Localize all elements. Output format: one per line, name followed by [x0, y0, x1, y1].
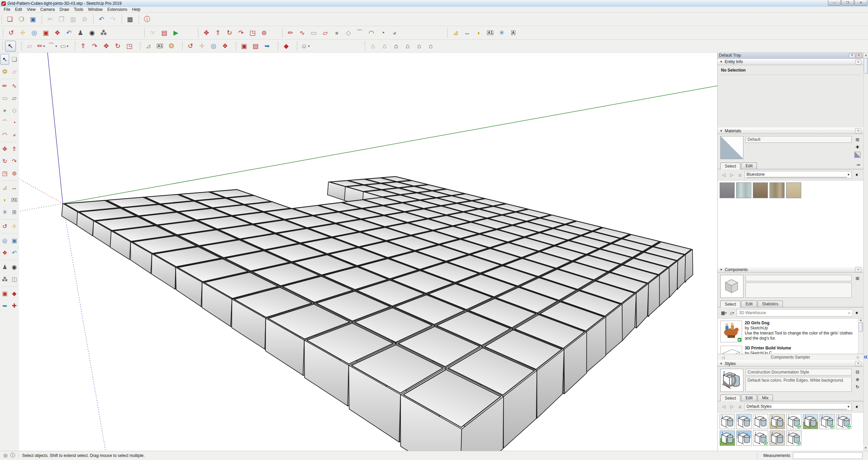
scrollbar-thumb[interactable]	[859, 322, 863, 332]
style-thumbnail-6[interactable]	[803, 414, 818, 429]
tool-rectangle[interactable]: ▭▾	[59, 41, 70, 52]
style-thumbnail-1[interactable]	[720, 414, 735, 429]
tool-pan[interactable]: ✛	[17, 27, 28, 38]
tool-share-model[interactable]: ▤	[250, 41, 261, 52]
component-thumbnail[interactable]: ▶	[720, 321, 742, 342]
tool-position-camera[interactable]: ♟	[75, 27, 86, 38]
scroll-up-icon[interactable]: ▲	[864, 53, 868, 57]
styles-collection-dropdown[interactable]: Default Styles ▼	[745, 403, 852, 410]
tool-rotate[interactable]: ↻	[224, 27, 235, 38]
material-swatch-bluestone-brown[interactable]	[753, 183, 768, 198]
model-viewport[interactable]	[19, 53, 717, 451]
tool-pan[interactable]: ✛	[197, 41, 207, 52]
tool-component-options[interactable]: ▤	[159, 27, 170, 38]
forward-arrow-icon[interactable]: ▷	[728, 172, 735, 178]
tool-protractor[interactable]: ◗	[473, 27, 484, 38]
tool-look-around[interactable]: ◉	[87, 27, 97, 38]
create-material-icon[interactable]: ✚	[854, 144, 861, 150]
tool-eraser[interactable]: ▱	[24, 41, 35, 52]
display-secondary-pane-icon[interactable]: ⊞	[854, 275, 861, 281]
forward-arrow-icon[interactable]: ▷	[728, 404, 735, 410]
tool-rectangle[interactable]: ▭	[308, 27, 319, 38]
tool-print[interactable]: ▦	[125, 14, 135, 25]
back-arrow-icon[interactable]: ◁	[720, 354, 726, 360]
tool-save[interactable]: ▣	[27, 14, 38, 25]
scroll-down-icon[interactable]: ▼	[863, 445, 868, 451]
materials-header[interactable]: ▼ Materials ✕	[718, 128, 863, 134]
restore-button[interactable]: ❐	[841, 0, 854, 6]
tool-push-pull[interactable]: ⇑	[213, 27, 223, 38]
tool-freehand[interactable]: ∿	[10, 80, 19, 91]
menu-edit[interactable]: Edit	[13, 7, 24, 12]
tool-view-front[interactable]: ⌂	[391, 41, 402, 52]
style-thumbnail-4[interactable]	[770, 414, 785, 429]
search-icon[interactable]: ⌕	[848, 310, 850, 315]
sample-paint-eyedropper-icon[interactable]: ✑	[856, 162, 861, 168]
tool-rotate[interactable]: ↻	[0, 156, 9, 167]
minimize-button[interactable]: —	[828, 0, 841, 6]
component-list-item[interactable]: 3D Printer Build Volumeby SketchUp C	[718, 344, 863, 354]
tool-line[interactable]: ✏	[285, 27, 296, 38]
tool-two-point-arc[interactable]: ◠	[366, 27, 377, 38]
tool-dimensions[interactable]: ↔	[462, 27, 473, 38]
style-thumbnail-13[interactable]	[786, 430, 801, 446]
home-icon[interactable]: ⌂	[737, 404, 743, 410]
tool-axes[interactable]: ✳	[496, 27, 507, 38]
tool-rotated-rectangle[interactable]: ▱	[10, 93, 19, 103]
tool-share-component[interactable]: ➥	[262, 41, 273, 52]
close-button[interactable]: ✕	[854, 0, 867, 6]
dropdown-arrow-icon[interactable]: ▾	[308, 44, 310, 48]
tab-mix[interactable]: Mix	[758, 395, 773, 401]
tool-3d-text[interactable]: A	[508, 27, 519, 38]
tool-get-models[interactable]: ▣	[239, 41, 250, 52]
update-style-icon[interactable]: ↻	[854, 384, 861, 390]
tool-text[interactable]: A1	[485, 27, 496, 38]
tray-scrollbar[interactable]: ▲	[863, 53, 868, 451]
tool-tape-measure[interactable]: ⊿	[450, 27, 461, 38]
tab-select[interactable]: Select	[720, 162, 740, 169]
tool-share-model[interactable]: ➥	[0, 300, 9, 311]
menu-file[interactable]: File	[1, 7, 13, 12]
tool-select[interactable]: ↖	[5, 41, 16, 52]
tray-collapse-chevron-icon[interactable]: «	[863, 351, 868, 363]
style-description-field[interactable]: Default face colors. Profile Edges. Whit…	[745, 377, 852, 392]
tool-text[interactable]: A1	[154, 41, 165, 52]
tool-zoom-extents[interactable]: ❖	[52, 27, 63, 38]
home-icon[interactable]: ⌂▾	[728, 310, 735, 316]
component-name-field[interactable]	[745, 275, 852, 281]
tool-extension-warehouse[interactable]: ◆	[10, 288, 19, 299]
tool-freehand[interactable]: ∿	[297, 27, 308, 38]
tool-three-point-arc[interactable]: ◠	[0, 129, 9, 140]
components-header[interactable]: ▼ Components ✕	[718, 266, 863, 273]
tool-push-pull[interactable]: ⇑	[10, 143, 19, 154]
tool-arc[interactable]: ⌒▾	[47, 41, 58, 52]
tool-polygon[interactable]: ◇	[10, 105, 19, 116]
material-swatch-bluestone-beige[interactable]	[786, 183, 801, 198]
tool-walk[interactable]: ⁂	[98, 27, 109, 38]
create-style-icon[interactable]: ⊕	[854, 377, 861, 382]
materials-collection-dropdown[interactable]: Bluestone ▼	[745, 171, 852, 178]
style-thumbnail-3[interactable]	[753, 414, 768, 429]
tool-orbit[interactable]: ↺	[0, 221, 9, 232]
tool-extension-warehouse[interactable]: ◆	[281, 41, 292, 52]
view-options-icon[interactable]: ▦▾	[720, 310, 727, 316]
style-thumbnail-5[interactable]	[786, 414, 801, 429]
tool-rectangle[interactable]: ▭	[0, 93, 9, 103]
style-thumbnail-8[interactable]	[836, 414, 851, 429]
tool-tape-measure[interactable]: ⊿	[143, 41, 154, 52]
geolocation-icon[interactable]: ◎	[3, 453, 7, 459]
style-name-field[interactable]: Construction Documentation Style	[745, 369, 852, 376]
style-thumbnail-7[interactable]	[819, 414, 835, 429]
material-swatch-bluestone-blue[interactable]	[736, 183, 751, 198]
tool-offset[interactable]: ⊚	[259, 27, 270, 38]
tool-zoom-extents[interactable]: ❖	[0, 247, 9, 258]
tool-rotated-rectangle[interactable]: ▱	[320, 27, 331, 38]
tool-filled-arc[interactable]: ◕	[10, 129, 19, 140]
tool-tape-measure[interactable]: ⊿	[0, 182, 9, 193]
tab-edit[interactable]: Edit	[741, 301, 757, 307]
tool-redo[interactable]: ↷	[108, 14, 118, 25]
tool-add-extension[interactable]: ✚	[10, 300, 19, 311]
material-swatch-bluestone-gray[interactable]	[720, 183, 735, 198]
style-thumbnail-11[interactable]	[753, 430, 768, 446]
menu-help[interactable]: Help	[130, 7, 143, 12]
